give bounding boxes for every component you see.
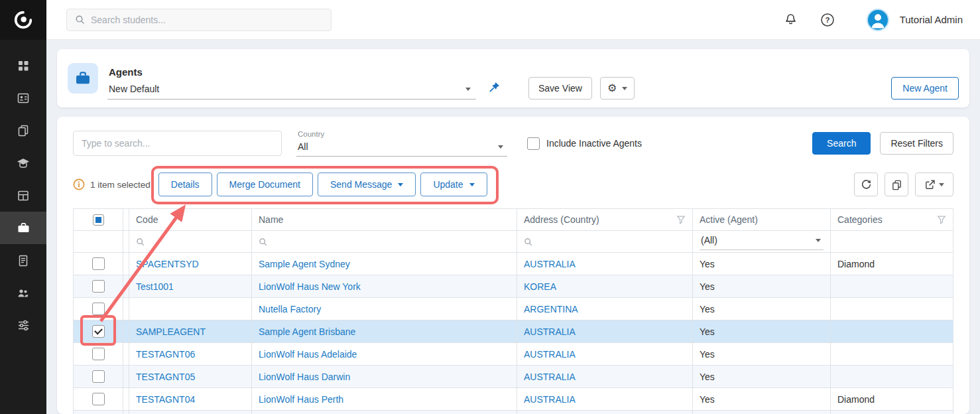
agent-country-link[interactable]: ARGENTINA: [524, 304, 578, 314]
grid-icon-buttons: [854, 172, 953, 196]
agent-code-link[interactable]: TESTAGNT05: [136, 372, 195, 382]
content: Agents New Default Save View ⚙: [46, 40, 980, 414]
row-spacer: [123, 388, 129, 411]
sidebar-item-modules[interactable]: [0, 179, 46, 212]
agent-code-link[interactable]: Test1001: [136, 281, 174, 292]
selection-info-text: 1 item selected: [90, 180, 151, 190]
help-icon: ?: [820, 13, 835, 27]
filter-row: Country All Include Inactive Agents Sear…: [73, 130, 953, 157]
include-inactive-toggle[interactable]: Include Inactive Agents: [527, 137, 642, 150]
agent-categories-value: [831, 298, 953, 320]
agent-name-link[interactable]: LionWolf Haus Darwin: [259, 372, 350, 382]
send-message-button[interactable]: Send Message: [318, 172, 416, 196]
agent-active-value: Yes: [693, 343, 831, 366]
chevron-down-icon: [398, 183, 403, 186]
sidebar-item-groups[interactable]: [0, 277, 46, 309]
filter-cell-active[interactable]: (All): [693, 231, 831, 253]
agent-name-link[interactable]: Sample Agent Brisbane: [259, 326, 355, 337]
agent-country-link[interactable]: KOREA: [524, 281, 556, 292]
selection-info: 1 item selected: [73, 178, 151, 190]
details-button[interactable]: Details: [158, 172, 212, 196]
row-checkbox[interactable]: [92, 257, 105, 270]
include-inactive-checkbox[interactable]: [527, 137, 540, 150]
app-logo: [0, 0, 46, 40]
app-root: ? Tutorial Admin: [0, 0, 980, 414]
export-button[interactable]: [915, 172, 953, 196]
module-icon-box: [68, 63, 98, 94]
column-header-categories[interactable]: Categories: [831, 209, 953, 231]
agent-code-link[interactable]: TESTAGNT06: [136, 349, 195, 360]
new-agent-button[interactable]: New Agent: [891, 77, 959, 100]
grid-search-input[interactable]: [73, 131, 282, 156]
export-icon: [924, 179, 936, 190]
filter-funnel-icon[interactable]: [937, 215, 946, 224]
pin-view-button[interactable]: [488, 81, 501, 96]
sidebar-item-documents[interactable]: [0, 114, 46, 147]
details-label: Details: [171, 179, 200, 190]
column-header-name[interactable]: Name: [252, 209, 517, 231]
filter-cell-select: [74, 231, 123, 253]
help-button[interactable]: ?: [818, 10, 837, 30]
select-all-checkbox[interactable]: [93, 214, 104, 226]
save-view-button[interactable]: Save View: [528, 77, 592, 100]
search-icon: [259, 238, 267, 246]
filter-funnel-icon[interactable]: [676, 215, 686, 224]
view-selector[interactable]: New Default: [107, 82, 476, 100]
agent-code-link[interactable]: SPAGENTSYD: [136, 259, 199, 269]
search-button[interactable]: Search: [812, 132, 871, 155]
row-checkbox[interactable]: [92, 303, 105, 315]
column-header-active[interactable]: Active (Agent): [693, 209, 831, 231]
search-icon: [75, 15, 85, 25]
row-checkbox-checked[interactable]: [92, 325, 105, 338]
sidebar-item-education[interactable]: [0, 147, 46, 179]
agent-country-link[interactable]: AUSTRALIA: [524, 349, 576, 360]
country-select[interactable]: Country All: [296, 130, 507, 157]
chevron-down-icon: [622, 87, 627, 90]
logo-swirl-icon: [12, 9, 34, 31]
spacer-column-header: [123, 209, 129, 231]
agent-country-link[interactable]: AUSTRALIA: [524, 259, 576, 269]
agent-name-link[interactable]: LionWolf Haus Adelaide: [259, 349, 357, 360]
row-checkbox[interactable]: [92, 348, 105, 360]
refresh-button[interactable]: [854, 172, 878, 196]
agent-name-link[interactable]: Nutella Factory: [259, 304, 321, 314]
agent-code-link[interactable]: SAMPLEAGENT: [136, 326, 206, 337]
user-avatar[interactable]: [867, 9, 889, 31]
row-spacer: [123, 275, 129, 298]
column-header-address[interactable]: Address (Country): [517, 209, 693, 231]
agent-name-link[interactable]: LionWolf Haus New York: [259, 281, 361, 292]
header-title-block: Agents New Default: [107, 66, 476, 100]
sidebar-item-settings[interactable]: [0, 309, 46, 342]
filter-cell-address[interactable]: [517, 231, 693, 253]
column-header-code[interactable]: Code: [129, 209, 252, 231]
agent-country-link[interactable]: AUSTRALIA: [524, 326, 576, 337]
reset-filters-label: Reset Filters: [890, 138, 943, 149]
row-checkbox[interactable]: [92, 280, 105, 293]
global-search-input[interactable]: [91, 15, 323, 25]
sidebar-item-dashboard[interactable]: [0, 49, 46, 82]
agents-table: Code Name Address (Country) Act: [73, 208, 953, 414]
filter-cell-name[interactable]: [252, 231, 517, 253]
copy-button[interactable]: [885, 172, 908, 196]
agent-name-link[interactable]: LionWolf Haus Perth: [259, 394, 343, 405]
gear-icon: ⚙: [607, 83, 617, 94]
merge-document-button[interactable]: Merge Document: [217, 172, 313, 196]
agent-code-link[interactable]: TESTAGNT04: [136, 394, 195, 405]
table-row: TESTAGNT04 LionWolf Haus Perth AUSTRALIA…: [74, 388, 953, 411]
agent-country-link[interactable]: AUSTRALIA: [524, 372, 576, 382]
agent-country-link[interactable]: AUSTRALIA: [524, 394, 576, 405]
new-agent-label: New Agent: [902, 83, 948, 94]
filter-cell-code[interactable]: [129, 231, 252, 253]
sidebar-item-contacts[interactable]: [0, 82, 46, 114]
sidebar-item-invoices[interactable]: [0, 244, 46, 277]
reset-filters-button[interactable]: Reset Filters: [880, 132, 953, 155]
sidebar-item-agents[interactable]: [0, 212, 46, 244]
view-settings-button[interactable]: ⚙: [600, 77, 635, 100]
row-checkbox[interactable]: [92, 370, 105, 383]
view-selector-value: New Default: [109, 84, 159, 94]
filter-cell-categories[interactable]: [831, 231, 953, 253]
row-checkbox[interactable]: [92, 393, 105, 405]
agent-name-link[interactable]: Sample Agent Sydney: [259, 259, 350, 269]
update-button[interactable]: Update: [420, 172, 487, 196]
notifications-button[interactable]: [781, 10, 800, 29]
